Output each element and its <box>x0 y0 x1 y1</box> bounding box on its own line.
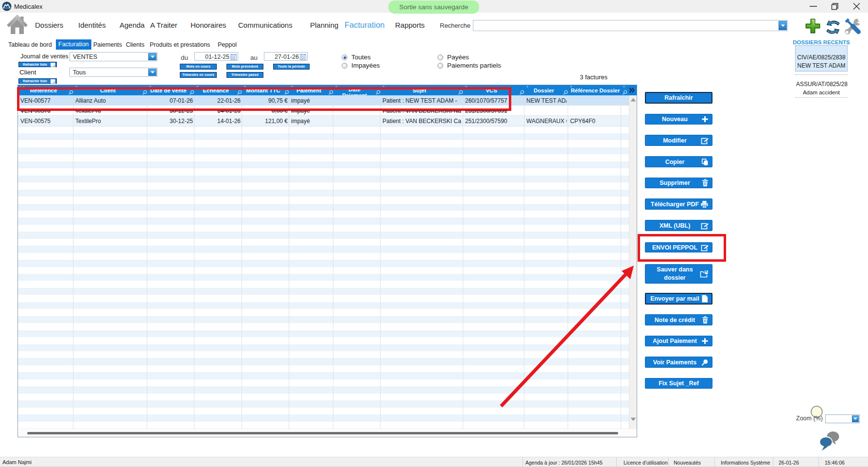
action-button-t-l-charger-pdf[interactable]: Télécharger PDF <box>645 198 712 210</box>
invoice-count: 3 factures <box>559 73 608 81</box>
empty-row <box>18 217 629 224</box>
radio-payées[interactable] <box>437 54 443 60</box>
period-button-label: Trimestre en cours <box>182 72 215 76</box>
nav-item-rapports[interactable]: Rapports <box>395 21 425 29</box>
period-button-mois-en-cours[interactable]: Mois en cours <box>180 64 217 70</box>
close-button[interactable] <box>848 0 865 13</box>
cell: CPY64F0 <box>570 118 620 125</box>
action-button-modifier[interactable]: Modifier <box>645 135 712 146</box>
refresh-client-list-button[interactable]: Rafraichir liste <box>18 78 57 84</box>
recent-dossier-item[interactable]: CIV/AE/0825/2838 NEW TEST ADAM <box>795 45 848 72</box>
search-dropdown-button[interactable] <box>779 21 787 30</box>
client-select[interactable]: Tous <box>69 68 157 77</box>
column-filter-icon[interactable] <box>563 89 568 95</box>
maximize-button[interactable] <box>827 0 843 13</box>
action-button-xml-ubl-[interactable]: XML (UBL) <box>645 220 712 231</box>
tab-produits-et-prestations[interactable]: Produits et prestations <box>150 41 210 48</box>
empty-row <box>18 358 629 365</box>
column-header-9[interactable]: Dossier <box>525 88 563 93</box>
toast-exit-without-save: Sortie sans sauvegarde <box>388 0 479 14</box>
edit-icon <box>701 222 709 230</box>
date-from-input[interactable]: 01-12-25 <box>194 52 238 61</box>
window-title: Medicalex <box>14 3 43 10</box>
period-button-toute-la-période[interactable]: Toute la période <box>273 64 310 70</box>
zoom-select[interactable] <box>825 414 860 423</box>
client-dropdown-button[interactable] <box>148 69 156 76</box>
chat-icon[interactable] <box>818 430 847 453</box>
action-button-label: XML (UBL) <box>647 222 702 229</box>
empty-row <box>18 386 629 393</box>
refresh-list-label: Rafraichir liste <box>21 63 49 66</box>
radio-paiements-partiels[interactable] <box>437 63 443 69</box>
refresh-list-label: Rafraichir liste <box>21 79 49 83</box>
column-filter-icon[interactable] <box>519 89 524 95</box>
add-icon[interactable] <box>804 18 821 35</box>
horizontal-scrollbar-thumb[interactable] <box>27 432 618 434</box>
tab-clients[interactable]: Clients <box>126 41 144 48</box>
home-icon[interactable] <box>6 14 28 36</box>
empty-row <box>18 316 629 323</box>
column-separator-dot <box>526 86 528 88</box>
tab-facturation[interactable]: Facturation <box>56 39 91 50</box>
status-item-2[interactable]: Nouveautés <box>674 460 701 466</box>
nav-item-communications[interactable]: Communications <box>238 21 293 29</box>
date-to-input[interactable]: 27-01-26 <box>264 52 308 61</box>
recent-dossier-name: NEW TEST ADAM <box>796 62 847 69</box>
action-button-sauver-dans-dossier[interactable]: Sauver dans dossier <box>645 264 712 284</box>
settings-tools-icon[interactable] <box>843 17 862 35</box>
recent-dossier-name[interactable]: Adam accident <box>796 90 847 95</box>
scroll-down-icon[interactable] <box>630 417 636 421</box>
nav-item-agenda[interactable]: Agenda <box>120 21 145 29</box>
action-button-rafra-chir[interactable]: Rafraîchir <box>645 92 712 104</box>
action-button-copier[interactable]: Copier <box>645 156 712 167</box>
zoom-dropdown-button[interactable] <box>852 415 859 422</box>
action-button-fix-sujet-ref[interactable]: Fix Sujet _Ref <box>645 378 712 389</box>
action-button-nouveau[interactable]: Nouveau <box>645 114 712 125</box>
empty-row <box>18 274 629 281</box>
refresh-journal-list-button[interactable]: Rafraichir liste <box>18 62 57 67</box>
period-button-trimestre-passé[interactable]: Trimestre passé <box>226 72 263 78</box>
period-button-mois-précédent[interactable]: Mois précédent <box>226 64 263 70</box>
period-button-trimestre-en-cours[interactable]: Trimestre en cours <box>180 72 217 78</box>
action-button-voir-paiements[interactable]: Voir Paiements <box>645 357 712 368</box>
zoom-label: Zoom (%) <box>796 415 823 422</box>
recent-dossier-ref[interactable]: ASSUR/AT/0825/28 <box>796 81 847 88</box>
nav-item-a-traiter[interactable]: A Traiter <box>150 21 177 29</box>
empty-row <box>18 232 629 238</box>
tab-tableau-de-bord[interactable]: Tableau de bord <box>8 41 52 48</box>
radio-toutes[interactable] <box>342 54 347 60</box>
empty-row <box>18 414 629 421</box>
action-button-envoyer-par-mail[interactable]: Envoyer par mail <box>645 293 712 305</box>
more-columns-icon[interactable] <box>629 88 635 93</box>
nav-item-planning[interactable]: Planning <box>310 21 338 29</box>
journal-dropdown-button[interactable] <box>148 53 156 60</box>
tab-peppol[interactable]: Peppol <box>218 41 237 48</box>
column-header-10[interactable]: Référence Dossier <box>569 88 622 93</box>
action-button-supprimer[interactable]: Supprimer <box>645 178 712 188</box>
radio-impayées[interactable] <box>342 63 347 69</box>
scroll-up-icon[interactable] <box>630 98 636 102</box>
search-input[interactable] <box>473 20 788 31</box>
cell: 121,00 € <box>244 118 288 125</box>
nav-item-identités[interactable]: Identités <box>78 21 106 29</box>
nav-item-honoraires[interactable]: Honoraires <box>191 21 226 29</box>
column-line <box>380 95 381 430</box>
column-filter-icon[interactable] <box>622 89 627 95</box>
cell: WAGNERAUX G <box>526 118 567 125</box>
status-item-3[interactable]: Informations Système <box>721 460 770 466</box>
status-item-1[interactable]: Licence d'utilisation <box>624 460 668 466</box>
minimize-button[interactable] <box>805 0 821 13</box>
journal-select[interactable]: VENTES <box>69 52 157 61</box>
tab-paiements[interactable]: Paiements <box>93 41 122 48</box>
calendar-icon[interactable] <box>300 54 307 60</box>
nav-item-facturation[interactable]: Facturation <box>345 20 385 30</box>
chevron-down-icon <box>150 55 155 58</box>
table-row-2[interactable]: VEN-00575TextilePro30-12-2514-01-26121,0… <box>18 116 629 126</box>
refresh-icon[interactable] <box>825 18 841 34</box>
action-button-ajout-paiement[interactable]: Ajout Paiement <box>645 336 712 346</box>
horizontal-scrollbar[interactable] <box>18 429 637 437</box>
calendar-icon[interactable] <box>230 54 237 60</box>
nav-item-dossiers[interactable]: Dossiers <box>35 21 63 29</box>
vertical-scrollbar[interactable] <box>629 95 637 430</box>
action-button-note-de-cr-dit[interactable]: Note de crédit <box>645 314 712 325</box>
